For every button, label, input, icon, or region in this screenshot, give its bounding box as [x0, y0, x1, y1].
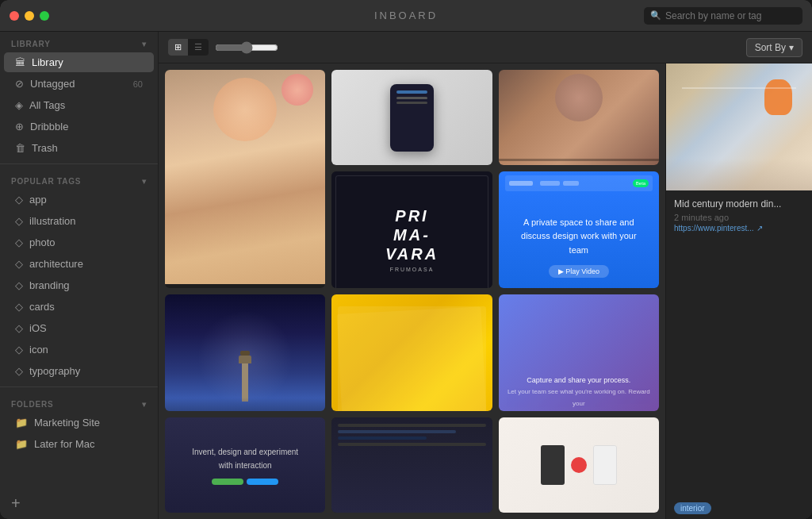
sidebar-item-library[interactable]: 🏛 Library — [4, 52, 154, 72]
tag-icon: ◇ — [15, 322, 23, 334]
grid-item-code[interactable] — [331, 417, 492, 513]
sidebar-item-cards[interactable]: ◇ cards — [4, 297, 154, 317]
detail-title: Mid century modern din... — [674, 198, 804, 210]
add-button[interactable]: + — [11, 495, 147, 511]
search-bar[interactable]: 🔍 — [644, 7, 802, 25]
divider — [0, 163, 158, 164]
tag-icon: ◇ — [15, 258, 23, 270]
sidebar-item-branding[interactable]: ◇ branding — [4, 275, 154, 295]
chevron-down-icon: ▾ — [142, 177, 147, 186]
detail-info: Mid century modern din... 2 minutes ago … — [666, 190, 812, 498]
grid-item-fashion[interactable] — [165, 70, 325, 288]
image-grid: PRIMA-VARA FRUMOASA Beta — [159, 63, 665, 519]
sidebar-item-dribbble[interactable]: ⊕ Dribbble — [4, 117, 154, 136]
divider — [0, 386, 158, 387]
grid-item-design-tool[interactable]: Invent, design and experimentwith intera… — [165, 417, 325, 513]
sidebar-item-ios[interactable]: ◇ iOS — [4, 318, 154, 338]
tag-icon: ◇ — [15, 215, 23, 227]
traffic-lights — [10, 11, 49, 21]
library-icon: 🏛 — [15, 56, 25, 68]
minimize-button[interactable] — [25, 11, 34, 21]
grid-detail-layout: PRIMA-VARA FRUMOASA Beta — [159, 63, 812, 519]
view-toggle: ⊞ ☰ — [168, 39, 209, 56]
sidebar-footer: + — [0, 487, 158, 519]
sidebar: LIBRARY ▾ 🏛 Library ⊘ Untagged 60 ◈ All … — [0, 32, 159, 519]
tag-icon: ◇ — [15, 194, 23, 206]
detail-tags: interior — [666, 498, 812, 519]
folder-icon: 📁 — [15, 438, 28, 450]
detail-time: 2 minutes ago — [674, 213, 804, 222]
sort-button[interactable]: Sort By ▾ — [746, 38, 802, 57]
detail-image — [666, 63, 812, 190]
chevron-down-icon: ▾ — [142, 400, 147, 409]
sidebar-item-icon[interactable]: ◇ icon — [4, 340, 154, 359]
titlebar: INBOARD 🔍 — [0, 0, 812, 32]
folders-section-header: FOLDERS ▾ — [0, 392, 158, 412]
detail-url[interactable]: https://www.pinterest... ↗ — [674, 224, 804, 233]
maximize-button[interactable] — [40, 11, 49, 21]
tags-icon: ◈ — [15, 99, 23, 111]
main-layout: LIBRARY ▾ 🏛 Library ⊘ Untagged 60 ◈ All … — [0, 32, 812, 519]
grid-item-yellow[interactable] — [331, 294, 492, 411]
tag-icon: ◇ — [15, 279, 23, 291]
tag-icon: ◇ — [15, 236, 23, 248]
grid-view-button[interactable]: ⊞ — [168, 39, 188, 56]
chevron-down-icon: ▾ — [142, 40, 147, 48]
grid-item-purple-app[interactable]: Capture and share your process.Let your … — [499, 294, 659, 411]
app-window: INBOARD 🔍 LIBRARY ▾ 🏛 Library ⊘ Untagged… — [0, 0, 812, 519]
grid-item-lighthouse[interactable] — [165, 294, 325, 411]
popular-tags-section-header: POPULAR TAGS ▾ — [0, 169, 158, 189]
folder-icon: 📁 — [15, 417, 28, 429]
tag-icon: ◇ — [15, 301, 23, 313]
grid-item-primavera[interactable]: PRIMA-VARA FRUMOASA — [331, 171, 492, 288]
close-button[interactable] — [10, 11, 19, 21]
size-slider[interactable] — [215, 41, 278, 54]
sidebar-item-untagged[interactable]: ⊘ Untagged 60 — [4, 74, 154, 94]
grid-item-app-ui[interactable] — [331, 70, 492, 165]
sidebar-item-app[interactable]: ◇ app — [4, 190, 154, 210]
tag-icon: ◇ — [15, 365, 23, 377]
sidebar-item-trash[interactable]: 🗑 Trash — [4, 138, 154, 158]
content-toolbar: ⊞ ☰ Sort By ▾ — [159, 32, 812, 63]
detail-panel: Mid century modern din... 2 minutes ago … — [665, 63, 812, 519]
sidebar-item-photo[interactable]: ◇ photo — [4, 233, 154, 252]
app-title: INBOARD — [374, 10, 438, 21]
external-link-icon: ↗ — [756, 224, 763, 233]
grid-item-workspace[interactable] — [499, 417, 659, 513]
search-icon: 🔍 — [650, 10, 661, 21]
library-section-header: LIBRARY ▾ — [0, 32, 158, 52]
grid-item-portrait[interactable] — [499, 70, 659, 165]
untagged-icon: ⊘ — [15, 78, 24, 90]
sidebar-item-marketing-site[interactable]: 📁 Marketing Site — [4, 413, 154, 432]
sidebar-item-illustration[interactable]: ◇ illustration — [4, 211, 154, 231]
content-area: ⊞ ☰ Sort By ▾ — [159, 32, 812, 519]
dribbble-icon: ⊕ — [15, 121, 24, 133]
trash-icon: 🗑 — [15, 142, 25, 154]
sidebar-item-architecture[interactable]: ◇ architecture — [4, 254, 154, 274]
grid-item-blue-app[interactable]: Beta A private space to share anddiscuss… — [499, 171, 659, 288]
sidebar-item-typography[interactable]: ◇ typography — [4, 361, 154, 381]
detail-tag[interactable]: interior — [674, 502, 711, 514]
list-view-button[interactable]: ☰ — [188, 39, 209, 56]
sidebar-item-later-for-mac[interactable]: 📁 Later for Mac — [4, 434, 154, 454]
search-input[interactable] — [665, 10, 796, 21]
tag-icon: ◇ — [15, 344, 23, 356]
sidebar-item-all-tags[interactable]: ◈ All Tags — [4, 95, 154, 115]
